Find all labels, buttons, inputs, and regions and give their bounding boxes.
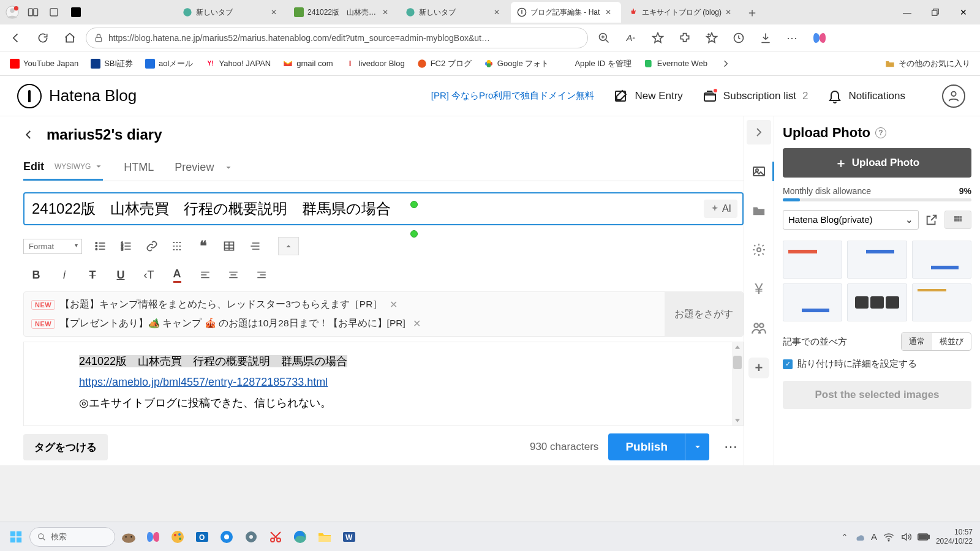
bookmark-aol[interactable]: aolメール xyxy=(140,56,198,72)
taskbar-copilot[interactable] xyxy=(142,526,164,548)
align-right-icon[interactable] xyxy=(254,269,270,280)
paste-detail-checkbox[interactable]: ✓貼り付け時に詳細を設定する xyxy=(783,358,971,370)
bookmark-googlephotos[interactable]: Google フォト xyxy=(479,56,554,72)
selection-handle-bottom[interactable] xyxy=(410,230,418,238)
thumb-6[interactable] xyxy=(912,283,971,321)
subscription-list-button[interactable]: Subscription list 2 xyxy=(703,89,809,103)
tray-volume-icon[interactable] xyxy=(900,531,911,542)
arrange-side[interactable]: 横並び xyxy=(932,333,971,350)
unordered-list-icon[interactable] xyxy=(93,239,108,253)
photo-source-select[interactable]: Hatena Blog(private)⌄ xyxy=(783,210,919,230)
more-options-button[interactable]: ⋯ xyxy=(719,439,744,455)
collapse-panel-button[interactable] xyxy=(747,120,771,144)
underline-button[interactable]: U xyxy=(113,269,129,282)
url-input[interactable]: https://blog.hatena.ne.jp/marius52/mariu… xyxy=(86,28,588,48)
ordered-list-icon[interactable]: 123 xyxy=(119,239,134,253)
arrange-toggle[interactable]: 通常 横並び xyxy=(901,332,971,351)
taskbar-settings[interactable] xyxy=(216,526,238,548)
more-icon[interactable]: ⋯ xyxy=(782,27,804,49)
close-icon[interactable]: ✕ xyxy=(494,8,503,17)
text-color-button[interactable]: A xyxy=(169,268,185,283)
start-button[interactable] xyxy=(5,526,27,548)
thumb-5[interactable] xyxy=(847,283,907,321)
tab-edit[interactable]: Edit WYSIWYG xyxy=(23,154,103,181)
selection-handle-top[interactable] xyxy=(410,201,418,208)
ai-button[interactable]: AI xyxy=(704,200,737,218)
arrange-normal[interactable]: 通常 xyxy=(902,333,932,350)
readmore-icon[interactable] xyxy=(170,239,185,253)
back-button[interactable] xyxy=(5,27,27,49)
taskbar-app-1[interactable] xyxy=(118,526,140,548)
publish-dropdown[interactable] xyxy=(685,433,709,460)
grid-view-button[interactable] xyxy=(944,211,971,229)
new-entry-button[interactable]: New Entry xyxy=(614,89,682,103)
bookmark-youtube[interactable]: YouTube Japan xyxy=(5,56,83,71)
taskbar-gear[interactable] xyxy=(240,526,262,548)
scroll-down-icon[interactable] xyxy=(732,416,743,425)
align-center-icon[interactable] xyxy=(225,269,241,280)
read-aloud-icon[interactable]: A» xyxy=(620,27,642,49)
profile-icon[interactable] xyxy=(2,2,22,22)
copilot-icon[interactable] xyxy=(809,27,831,49)
close-icon[interactable]: ✕ xyxy=(605,8,615,17)
thumb-1[interactable] xyxy=(783,241,842,279)
refresh-button[interactable] xyxy=(32,27,54,49)
tray-battery-icon[interactable] xyxy=(918,533,930,541)
tab-html[interactable]: HTML xyxy=(124,154,154,181)
blockquote-icon[interactable]: ❝ xyxy=(196,239,211,253)
bold-button[interactable]: B xyxy=(28,269,44,282)
close-icon[interactable]: ✕ xyxy=(382,8,392,17)
tab-preview[interactable]: Preview xyxy=(175,154,233,181)
taskbar-clock[interactable]: 10:572024/10/22 xyxy=(936,528,975,545)
rail-add-button[interactable]: + xyxy=(748,358,769,378)
collapse-toolbar-button[interactable] xyxy=(278,237,299,255)
tab-ameblo[interactable]: 241022版 山林売…✕ xyxy=(288,2,398,23)
history-icon[interactable] xyxy=(728,27,750,49)
close-window-button[interactable]: ✕ xyxy=(949,2,978,23)
new-tab-button[interactable]: ＋ xyxy=(742,2,762,22)
thumb-3[interactable] xyxy=(912,241,971,279)
notice-2[interactable]: NEW【プレゼントあり】🏕️ キャンプ 🎪 のお題は10月28日まで！【お早めに… xyxy=(31,317,657,330)
thumb-2[interactable] xyxy=(847,241,907,279)
table-icon[interactable] xyxy=(222,239,236,253)
home-button[interactable] xyxy=(59,27,81,49)
rail-people-icon[interactable] xyxy=(747,316,771,340)
toc-icon[interactable] xyxy=(247,239,262,253)
tray-onedrive-icon[interactable] xyxy=(854,531,865,542)
scroll-thumb[interactable] xyxy=(733,356,742,369)
tab-newtab-2[interactable]: 新しいタブ✕ xyxy=(399,2,510,23)
publish-button[interactable]: Publish xyxy=(608,433,709,460)
taskbar-snip[interactable] xyxy=(265,526,287,548)
taskbar-search[interactable]: 検索 xyxy=(29,527,115,547)
bookmark-appleid[interactable]: Apple ID を管理 xyxy=(556,56,636,72)
tab-actions-icon[interactable] xyxy=(44,2,64,22)
notice-1[interactable]: NEW【お題】キャンプ情報をまとめたら、レッドスター3つもらえます［PR］✕ xyxy=(31,298,657,311)
rail-category-icon[interactable] xyxy=(747,198,771,223)
italic-button[interactable]: i xyxy=(56,269,72,282)
taskbar-edge[interactable] xyxy=(289,526,311,548)
tab-x[interactable] xyxy=(65,2,175,23)
format-select[interactable]: Format xyxy=(23,239,82,254)
site-logo[interactable]: Hatena Blog xyxy=(17,84,137,108)
bookmark-livedoor[interactable]: llivedoor Blog xyxy=(341,56,410,71)
close-icon[interactable]: ✕ xyxy=(413,318,421,329)
promo-link[interactable]: [PR] 今ならPro利用で独自ドメイン無料 xyxy=(431,90,595,102)
rail-yen-icon[interactable]: ¥ xyxy=(747,277,771,301)
add-tag-button[interactable]: タグをつける xyxy=(23,434,108,460)
bookmarks-overflow-icon[interactable] xyxy=(717,59,734,68)
strike-button[interactable]: T xyxy=(85,269,100,282)
collections-icon[interactable] xyxy=(701,27,723,49)
workspaces-icon[interactable] xyxy=(23,2,43,22)
content-link[interactable]: https://ameblo.jp/bml4557/entry-12872185… xyxy=(79,376,328,388)
notifications-button[interactable]: Notifications xyxy=(827,89,905,103)
tray-wifi-icon[interactable] xyxy=(883,531,894,542)
align-left-icon[interactable] xyxy=(197,269,213,280)
rail-settings-icon[interactable] xyxy=(747,238,771,262)
extensions-icon[interactable] xyxy=(674,27,696,49)
bookmark-gmail[interactable]: gmail com xyxy=(278,56,337,71)
rail-photo-icon[interactable] xyxy=(747,159,771,184)
close-icon[interactable]: ✕ xyxy=(725,8,735,17)
taskbar-explorer[interactable] xyxy=(314,526,336,548)
scrollbar[interactable] xyxy=(732,342,743,425)
bookmark-fc2[interactable]: FC2 ブログ xyxy=(412,56,477,72)
